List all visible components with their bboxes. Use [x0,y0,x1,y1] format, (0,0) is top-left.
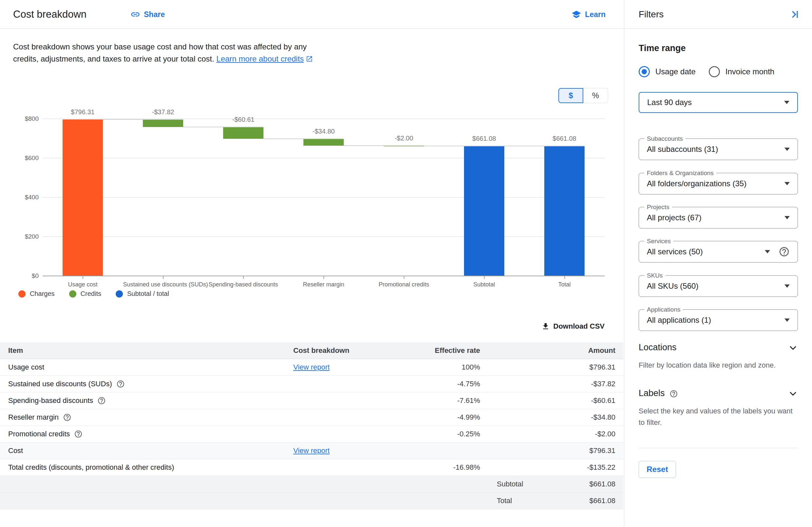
field-value: All services (50) [647,247,703,256]
help-icon[interactable] [669,389,678,398]
waterfall-connector [263,138,344,139]
row-rate: -7.61% [396,396,480,405]
radio-label: Usage date [655,67,696,76]
dropdown-caret-icon [784,182,790,185]
time-range-heading: Time range [639,43,686,54]
x-axis-tick [163,276,163,279]
row-amount: -$37.82 [591,380,615,388]
divider [639,448,798,448]
view-report-link[interactable]: View report [293,447,330,455]
dollar-toggle-button[interactable]: $ [559,88,583,103]
share-button[interactable]: Share [130,0,165,29]
radio-invoice-month[interactable]: Invoice month [709,66,774,77]
field-value: All folders/organizations (35) [647,179,746,188]
waterfall-bar[interactable] [544,146,584,276]
filters-title: Filters [639,0,664,29]
page-header: Cost breakdown Share Learn [0,0,623,29]
filters-header: Filters [624,0,812,29]
help-icon[interactable] [97,396,106,405]
chart-gridline [43,197,605,198]
total-label: Total [497,497,512,505]
filters-panel: Filters Time range Usage date Invoice mo… [624,0,812,527]
x-axis-tick [243,276,244,279]
table-row-reseller-margin: Reseller margin -4.99% -$34.80 [0,409,623,426]
percent-toggle-button[interactable]: % [583,88,608,103]
collapse-panel-icon[interactable] [789,9,800,20]
row-amount: $796.31 [589,447,615,455]
dropdown-caret-icon [784,148,790,151]
waterfall-bar[interactable] [223,127,263,139]
page-title: Cost breakdown [13,0,87,29]
learn-more-link[interactable]: Learn more about credits [216,54,304,63]
x-axis-category-label: Usage cost [43,281,123,288]
graduation-cap-icon [571,10,581,19]
dropdown-caret-icon [784,318,790,322]
field-label: Services [644,238,673,245]
row-rate: -16.98% [396,463,480,472]
x-axis-category-label: Subtotal [444,281,524,288]
row-amount: $661.08 [589,497,615,505]
help-icon[interactable] [74,430,83,438]
x-axis-category-label: Spending-based discounts [203,281,284,288]
col-header-amount: Amount [480,346,623,355]
help-icon[interactable] [116,380,125,388]
billing-cost-breakdown-page: Cost breakdown Share Learn Cost breakdow… [0,0,812,527]
legend-item-charges: Charges [18,290,55,298]
dropdown-caret-icon [784,284,790,288]
external-link-icon [306,55,313,62]
row-item-label: Usage cost [8,363,44,372]
x-axis-tick [404,276,404,279]
services-select[interactable]: Services All services (50) [639,241,798,262]
waterfall-bar[interactable] [303,139,344,146]
subaccounts-select[interactable]: Subaccounts All subaccounts (31) [639,138,798,160]
col-header-cost-breakdown: Cost breakdown [285,346,396,355]
help-icon[interactable] [779,246,790,257]
time-range-select[interactable]: Last 90 days [639,92,798,113]
page-description: Cost breakdown shows your base usage cos… [13,41,321,65]
field-value: All projects (67) [647,213,701,222]
cost-breakdown-table: Item Cost breakdown Effective rate Amoun… [0,342,623,509]
labels-section-header[interactable]: Labels [639,388,798,398]
bar-value-label: -$2.00 [365,135,443,142]
download-icon [541,322,550,331]
download-csv-button[interactable]: Download CSV [541,322,605,331]
main-content: Cost breakdown Share Learn Cost breakdow… [0,0,623,527]
radio-usage-date[interactable]: Usage date [639,66,696,77]
folders-organizations-select[interactable]: Folders & Organizations All folders/orga… [639,173,798,194]
waterfall-bar[interactable] [143,119,183,127]
waterfall-bar[interactable] [464,146,504,276]
table-row-cost: Cost View report $796.31 [0,442,623,459]
row-rate: -0.25% [396,430,480,438]
row-amount: -$2.00 [595,430,615,438]
view-report-link[interactable]: View report [293,363,330,371]
dropdown-caret-icon [784,101,789,104]
share-label: Share [144,10,165,19]
reset-button[interactable]: Reset [639,461,676,478]
help-icon[interactable] [63,413,71,422]
currency-percent-toggle: $ % [559,88,608,103]
x-axis-category-label: Promotional credits [364,281,444,288]
radio-selected-icon [639,66,650,77]
learn-label: Learn [585,10,606,19]
locations-section-header[interactable]: Locations [639,342,798,352]
x-axis-tick [83,276,83,279]
field-label: Folders & Organizations [644,169,716,177]
row-item-label: Total credits (discounts, promotional & … [8,463,174,472]
legend-item-credits: Credits [69,290,101,298]
skus-select[interactable]: SKUs All SKUs (560) [639,275,798,297]
labels-heading: Labels [639,388,665,398]
table-row-usage-cost: Usage cost View report 100% $796.31 [0,359,623,376]
x-axis-category-label: Sustained use discounts (SUDs) [123,281,203,288]
projects-select[interactable]: Projects All projects (67) [639,207,798,228]
row-item-label: Sustained use discounts (SUDs) [8,380,112,388]
col-header-effective-rate: Effective rate [396,346,480,355]
table-row-suds: Sustained use discounts (SUDs) -4.75% -$… [0,376,623,392]
chart-gridline [43,236,605,237]
subtotal-color-dot [116,290,123,298]
applications-select[interactable]: Applications All applications (1) [639,309,798,331]
table-row-total: Total $661.08 [0,493,623,509]
learn-button[interactable]: Learn [571,0,606,29]
waterfall-bar[interactable] [62,119,103,276]
x-axis-tick [323,276,324,279]
bar-value-label: $796.31 [44,108,122,116]
